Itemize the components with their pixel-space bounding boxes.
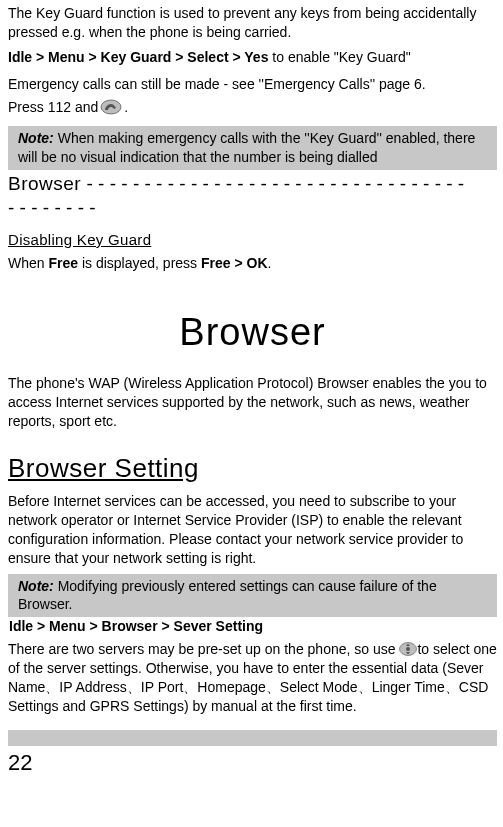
note2-label: Note: (18, 578, 54, 594)
browser-nav-text: Idle > Menu > Browser > Sever Setting (9, 618, 263, 634)
disable-prefix: When (8, 255, 48, 271)
disable-text: When Free is displayed, press Free > OK. (8, 254, 497, 273)
svg-point-2 (406, 647, 410, 651)
keyguard-nav: Idle > Menu > Key Guard > Select > Yes t… (8, 48, 497, 67)
browser-dash-line: Browser - - - - - - - - - - - - - - - - … (8, 172, 497, 220)
disable-suffix: . (268, 255, 272, 271)
call-icon (100, 99, 122, 115)
nav-path: Idle > Menu > Key Guard > Select > Yes (8, 49, 268, 65)
setting-head: Browser Setting (8, 451, 497, 486)
disable-mid: is displayed, press (78, 255, 201, 271)
press-suffix: . (124, 98, 128, 117)
page-number: 22 (8, 748, 497, 778)
disable-free: Free (48, 255, 78, 271)
disable-head: Disabling Key Guard (8, 230, 497, 250)
note-label: Note: (18, 130, 54, 146)
nav-suffix: to enable "Key Guard" (268, 49, 410, 65)
note-browser: Note: Modifying previously entered setti… (8, 574, 497, 618)
note-keyguard: Note: When making emergency calls with t… (8, 126, 497, 170)
servers-para: There are two servers may be pre-set up … (8, 640, 497, 716)
keyguard-intro: The Key Guard function is used to preven… (8, 4, 497, 42)
dashes2: - - - - - - - - (8, 197, 96, 218)
servers-p1: There are two servers may be pre-set up … (8, 641, 399, 657)
setting-para: Before Internet services can be accessed… (8, 492, 497, 568)
browser-word: Browser (8, 173, 81, 194)
note-text: When making emergency calls with the ''K… (18, 130, 475, 165)
nav-key-icon (399, 642, 417, 656)
browser-title: Browser (8, 307, 497, 358)
note2-text: Modifying previously entered settings ca… (18, 578, 437, 613)
press-line: Press 112 and . (8, 98, 497, 117)
press-prefix: Press 112 and (8, 98, 98, 117)
browser-nav: Idle > Menu > Browser > Sever Setting (8, 617, 264, 636)
wap-para: The phone's WAP (Wireless Application Pr… (8, 374, 497, 431)
disable-freeok: Free > OK (201, 255, 268, 271)
emergency-text: Emergency calls can still be made - see … (8, 75, 497, 94)
footer-bar (8, 730, 497, 746)
dashes1: - - - - - - - - - - - - - - - - - - - - … (81, 173, 464, 194)
